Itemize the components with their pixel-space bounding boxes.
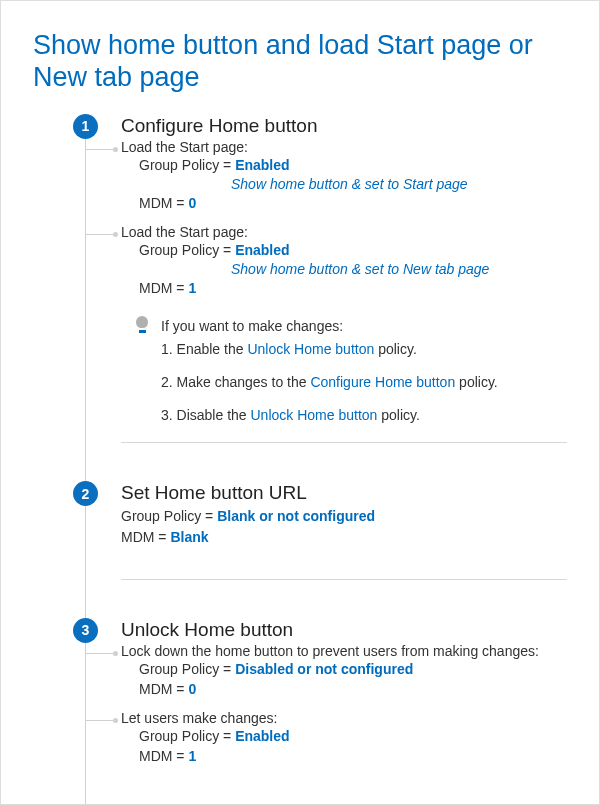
tip-item: 2. Make changes to the Configure Home bu… [161,372,567,393]
link-unlock-home[interactable]: Unlock Home button [247,341,374,357]
lightbulb-icon [135,316,149,333]
mdm-row: MDM = Blank [121,527,567,547]
step-title: Configure Home button [121,114,567,137]
page-title: Show home button and load Start page or … [33,29,567,94]
link-unlock-home[interactable]: Unlock Home button [251,407,378,423]
divider [121,442,567,443]
tip-item: 3. Disable the Unlock Home button policy… [161,405,567,426]
connector-line [85,720,113,721]
tip-block: If you want to make changes: 1. Enable t… [121,308,567,426]
step-title: Unlock Home button [121,618,567,641]
tip-intro: If you want to make changes: [161,316,567,337]
tip-list: 1. Enable the Unlock Home button policy.… [161,339,567,426]
option-label: Load the Start page: [121,224,567,240]
mdm-row: MDM = 1 [139,746,567,766]
option-block: Let users make changes: Group Policy = E… [121,710,567,767]
step-3: 3 Unlock Home button Lock down the home … [73,618,567,786]
gp-row: Group Policy = Blank or not configured [121,506,567,526]
link-configure-home[interactable]: Configure Home button [310,374,455,390]
gp-row: Group Policy = Enabled [139,240,567,260]
option-label: Lock down the home button to prevent use… [121,643,567,659]
mdm-row: MDM = 1 [139,278,567,298]
option-subtext: Show home button & set to New tab page [231,260,567,278]
step-title: Set Home button URL [121,481,567,504]
mdm-row: MDM = 0 [139,193,567,213]
timeline-line [85,138,86,482]
timeline-line [85,642,86,805]
tip-item: 1. Enable the Unlock Home button policy. [161,339,567,360]
gp-row: Group Policy = Enabled [139,155,567,175]
steps-container: 1 Configure Home button Load the Start p… [73,114,567,786]
option-block: Lock down the home button to prevent use… [121,643,567,710]
timeline-line [85,505,86,618]
option-label: Load the Start page: [121,139,567,155]
gp-row: Group Policy = Disabled or not configure… [139,659,567,679]
step-badge: 3 [73,618,98,643]
mdm-row: MDM = 0 [139,679,567,699]
option-subtext: Show home button & set to Start page [231,175,567,193]
connector-line [85,149,113,150]
connector-line [85,653,113,654]
gp-row: Group Policy = Enabled [139,726,567,746]
divider [121,579,567,580]
step-badge: 1 [73,114,98,139]
step-2: 2 Set Home button URL Group Policy = Bla… [73,481,567,618]
option-block: Load the Start page: Group Policy = Enab… [121,139,567,224]
connector-line [85,234,113,235]
step-1: 1 Configure Home button Load the Start p… [73,114,567,482]
step-badge: 2 [73,481,98,506]
option-label: Let users make changes: [121,710,567,726]
option-block: Load the Start page: Group Policy = Enab… [121,224,567,309]
